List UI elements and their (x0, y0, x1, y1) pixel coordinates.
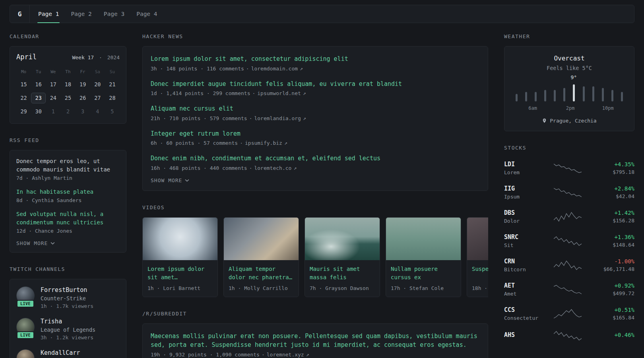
hn-show-more-button[interactable]: SHOW MORE (151, 177, 189, 183)
stock-row[interactable]: IIG Ipsum +2.84% $42.04 (504, 180, 634, 204)
temp-bar (573, 84, 575, 101)
temp-bar (525, 92, 527, 101)
video-title: Aliquam tempor dolor nec pharetra… (224, 260, 299, 282)
app-logo[interactable]: G (10, 5, 30, 23)
stock-row[interactable]: SNRC Sit +1.36% $148.64 (504, 229, 634, 253)
hn-item-title-link[interactable]: Lorem ipsum dolor sit amet, consectetur … (151, 54, 480, 64)
subreddit-item-domain-link[interactable]: loremnet.xyz↗ (267, 352, 309, 358)
calendar-day: 27 (90, 93, 105, 103)
temp-bar (602, 88, 604, 101)
calendar-day: 29 (16, 106, 31, 117)
video-thumbnail (386, 218, 461, 260)
twitch-channel-row[interactable]: LIVE ForrestBurton Counter-Strike 1h · 1… (16, 286, 120, 309)
rss-item-meta: 7d · Ashlyn Martin (16, 175, 120, 181)
hacker-news-card: Lorem ipsum dolor sit amet, consectetur … (142, 46, 488, 191)
channel-game: Counter-Strike (41, 295, 93, 302)
live-badge: LIVE (17, 300, 34, 307)
stock-change: +2.84% (593, 185, 634, 192)
stock-name: Bitcorn (504, 267, 542, 272)
external-link-icon: ↗ (303, 90, 306, 96)
temp-bar (621, 92, 623, 101)
calendar-day: 28 (105, 93, 120, 103)
hn-item-domain-link[interactable]: loremlandia.org↗ (254, 115, 306, 121)
hacker-news-widget: HACKER NEWS Lorem ipsum dolor sit amet, … (142, 33, 488, 191)
temp-bar (516, 94, 518, 101)
calendar-year: 2024 (107, 54, 120, 60)
calendar-header: April Week 17 · 2024 (16, 53, 120, 61)
video-card[interactable]: Lorem ipsum dolor sit amet consectetu… 1… (142, 217, 218, 297)
twitch-channel-row[interactable]: LIVE KendallCarr (16, 349, 120, 358)
video-card[interactable]: Nullam posuere cursus ex 17h · Stefan Co… (386, 217, 461, 297)
calendar-day: 19 (76, 79, 90, 90)
video-thumbnail (224, 218, 299, 260)
stock-row[interactable]: CCS Consectetur +0.51% $165.84 (504, 302, 634, 326)
stock-change: -1.00% (593, 258, 634, 265)
hn-item-stats: 3h · 148 points · 116 comments (151, 66, 244, 72)
video-meta: 7h · Grayson Dawson (305, 282, 380, 297)
hn-item: Donec imperdiet augue tincidunt felis al… (151, 80, 480, 97)
location-pin-icon (542, 118, 547, 123)
video-meta: 18h · Tara (467, 282, 488, 297)
subreddit-item-stats: 19h · 9,932 points · 1,090 comments (151, 352, 260, 358)
left-column: CALENDAR April Week 17 · 2024 Mo Tu We T… (10, 33, 126, 358)
rss-card: Donec tempor eros leo, ut commodo mauris… (10, 150, 126, 253)
temp-bar (535, 92, 537, 101)
stock-row[interactable]: AHS +0.46% (504, 326, 634, 346)
stock-change: +0.92% (593, 282, 634, 289)
rss-item: Sed volutpat nulla nisl, a condimentum n… (16, 210, 120, 234)
tab-page-2[interactable]: Page 2 (65, 5, 97, 23)
hn-item-domain-link[interactable]: loremtech.co↗ (254, 165, 297, 171)
calendar-day: 16 (31, 79, 46, 90)
middle-column: HACKER NEWS Lorem ipsum dolor sit amet, … (142, 33, 488, 358)
stock-row[interactable]: AET Amet +0.92% $499.72 (504, 277, 634, 302)
channel-game: League of Legends (41, 327, 95, 333)
temp-bar (592, 86, 594, 101)
tab-page-1[interactable]: Page 1 (32, 5, 65, 23)
rss-item-link[interactable]: In hac habitasse platea (16, 188, 120, 196)
rss-item-link[interactable]: Donec tempor eros leo, ut commodo mauris… (16, 157, 120, 174)
calendar-day: 15 (16, 79, 31, 90)
video-card[interactable]: Suspendisse diam 18h · Tara (467, 217, 488, 297)
video-card[interactable]: Aliquam tempor dolor nec pharetra… 1h · … (223, 217, 299, 297)
video-card[interactable]: Mauris sit amet massa felis 7h · Grayson… (305, 217, 380, 297)
calendar-day-outside: 4 (90, 106, 105, 117)
calendar-grid: Mo Tu We Th Fr Sa Su 15 16 17 18 19 20 2… (16, 68, 120, 117)
tab-page-4[interactable]: Page 4 (130, 5, 163, 23)
subreddit-item-title-link[interactable]: Maecenas mollis pulvinar erat non posuer… (151, 332, 480, 350)
calendar-day: 25 (60, 93, 75, 103)
temp-time-labels: 6am 2pm 10pm (516, 105, 623, 111)
hn-item-title-link[interactable]: Aliquam nec cursus elit (151, 104, 480, 113)
rss-item-meta: 12d · Chance Jones (16, 228, 120, 234)
hn-item: Lorem ipsum dolor sit amet, consectetur … (151, 54, 480, 72)
rss-item-link[interactable]: Sed volutpat nulla nisl, a condimentum n… (16, 210, 120, 227)
live-badge: LIVE (17, 331, 34, 339)
calendar-day-selected: 23 (31, 93, 46, 103)
topbar: G Page 1 Page 2 Page 3 Page 4 (10, 5, 634, 23)
external-link-icon: ↗ (303, 115, 306, 121)
hn-item-domain-link[interactable]: ipsumworld.net↗ (257, 90, 306, 96)
stock-row[interactable]: DBS Dolor +1.42% $156.28 (504, 204, 634, 229)
twitch-channel-row[interactable]: LIVE Trisha League of Legends 3h · 1.2k … (16, 318, 120, 340)
calendar-day-header: We (46, 68, 60, 76)
hn-item-title-link[interactable]: Donec imperdiet augue tincidunt felis al… (151, 80, 480, 89)
rss-show-more-button[interactable]: SHOW MORE (16, 240, 55, 246)
stocks-section-title: STOCKS (504, 145, 634, 151)
stock-row[interactable]: LDI Lorem +4.35% $795.18 (504, 156, 634, 180)
calendar-day: 21 (105, 79, 120, 90)
tab-page-3[interactable]: Page 3 (98, 5, 130, 23)
subreddit-section-title: /R/SUBREDDIT (142, 311, 488, 317)
video-title: Suspendisse diam (467, 260, 488, 282)
video-thumbnail (143, 218, 217, 260)
hn-item-title-link[interactable]: Donec enim nibh, condimentum et accumsan… (151, 154, 480, 163)
hn-item-title-link[interactable]: Integer eget rutrum lorem (151, 129, 480, 138)
stock-row[interactable]: CRN Bitcorn -1.00% $66,171.48 (504, 253, 634, 277)
hn-item: Aliquam nec cursus elit 21h · 710 points… (151, 104, 480, 121)
hn-item: Integer eget rutrum lorem 6h · 60 points… (151, 129, 480, 146)
channel-meta: 3h · 1.2k viewers (41, 335, 95, 340)
hn-item-stats: 16h · 468 points · 440 comments (151, 165, 247, 171)
stock-price: $148.64 (593, 242, 634, 248)
separator-dot: · (240, 140, 243, 146)
hn-item-domain-link[interactable]: ipsumify.biz↗ (245, 140, 287, 146)
hn-item-domain-link[interactable]: loremdomain.com↗ (251, 66, 303, 72)
video-title: Mauris sit amet massa felis (305, 260, 380, 282)
